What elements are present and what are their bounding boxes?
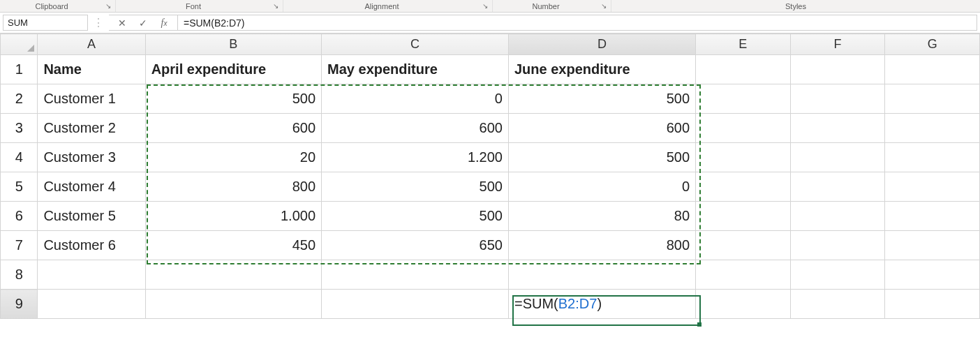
- ribbon-group-label: Clipboard: [0, 2, 103, 10]
- cell[interactable]: 600: [145, 114, 321, 143]
- ribbon-group-strip: Clipboard ↘ Font ↘ Alignment ↘ Number ↘ …: [0, 0, 980, 13]
- cancel-icon[interactable]: ✕: [116, 17, 128, 29]
- insert-function-icon[interactable]: fx: [158, 17, 170, 29]
- row-header[interactable]: 7: [1, 231, 38, 260]
- table-header-cell[interactable]: April expenditure: [145, 55, 321, 84]
- cell[interactable]: 500: [508, 143, 695, 172]
- column-header[interactable]: F: [790, 34, 885, 55]
- cell[interactable]: [696, 202, 791, 231]
- row-header[interactable]: 2: [1, 84, 38, 114]
- row-header[interactable]: 3: [1, 114, 38, 143]
- cell[interactable]: [790, 114, 885, 143]
- cell[interactable]: [790, 260, 885, 290]
- cell[interactable]: [885, 114, 980, 143]
- formula-range-ref: B2:D7: [558, 296, 597, 311]
- cell[interactable]: 1.200: [322, 143, 509, 172]
- cell[interactable]: [696, 84, 791, 114]
- cell[interactable]: [508, 260, 695, 290]
- cell[interactable]: [885, 84, 980, 114]
- cell[interactable]: [885, 202, 980, 231]
- cell[interactable]: [322, 290, 509, 319]
- cell[interactable]: 1.000: [145, 202, 321, 231]
- cell[interactable]: [885, 231, 980, 260]
- cell[interactable]: [696, 114, 791, 143]
- spreadsheet-grid[interactable]: A B C D E F G 1 Name April expenditure M…: [0, 33, 980, 319]
- cell[interactable]: 500: [508, 84, 695, 114]
- cell[interactable]: 0: [322, 84, 509, 114]
- cell[interactable]: [885, 172, 980, 202]
- cell[interactable]: 500: [322, 172, 509, 202]
- cell[interactable]: 20: [145, 143, 321, 172]
- cell[interactable]: [790, 143, 885, 172]
- column-header[interactable]: E: [696, 34, 791, 55]
- cell[interactable]: 500: [145, 84, 321, 114]
- cell[interactable]: [885, 260, 980, 290]
- cell[interactable]: 600: [508, 114, 695, 143]
- formula-bar-buttons: ✕ ✓ fx: [109, 15, 178, 31]
- ribbon-group-number: Number ↘: [493, 0, 611, 12]
- cell[interactable]: [145, 260, 321, 290]
- row-header[interactable]: 5: [1, 172, 38, 202]
- cell[interactable]: 500: [322, 202, 509, 231]
- name-box[interactable]: ▾: [3, 15, 88, 31]
- dialog-launcher-icon[interactable]: ↘: [271, 1, 281, 11]
- cell[interactable]: [790, 202, 885, 231]
- cell[interactable]: [790, 290, 885, 319]
- table-header-cell[interactable]: Name: [38, 55, 145, 84]
- row-header[interactable]: 9: [1, 290, 38, 319]
- column-header[interactable]: C: [322, 34, 509, 55]
- cell[interactable]: [790, 84, 885, 114]
- column-header[interactable]: G: [885, 34, 980, 55]
- table-header-cell[interactable]: May expenditure: [322, 55, 509, 84]
- cell[interactable]: [145, 290, 321, 319]
- row-header[interactable]: 8: [1, 260, 38, 290]
- cell[interactable]: [322, 260, 509, 290]
- row-header[interactable]: 6: [1, 202, 38, 231]
- cell[interactable]: [696, 143, 791, 172]
- ribbon-group-label: Font: [116, 2, 271, 10]
- cell[interactable]: [696, 290, 791, 319]
- cell[interactable]: 800: [508, 231, 695, 260]
- table-row: 4 Customer 3 20 1.200 500: [1, 143, 980, 172]
- cell[interactable]: [790, 231, 885, 260]
- cell[interactable]: Customer 2: [38, 114, 145, 143]
- column-header-row: A B C D E F G: [1, 34, 980, 55]
- cell[interactable]: [790, 55, 885, 84]
- cell[interactable]: [885, 143, 980, 172]
- cell[interactable]: [696, 172, 791, 202]
- cell[interactable]: Customer 6: [38, 231, 145, 260]
- cell[interactable]: 0: [508, 172, 695, 202]
- row-header[interactable]: 4: [1, 143, 38, 172]
- column-header[interactable]: A: [38, 34, 145, 55]
- cell[interactable]: [885, 55, 980, 84]
- column-header[interactable]: D: [508, 34, 695, 55]
- cell[interactable]: 80: [508, 202, 695, 231]
- row-header[interactable]: 1: [1, 55, 38, 84]
- table-header-cell[interactable]: June expenditure: [508, 55, 695, 84]
- formula-input[interactable]: [178, 15, 977, 31]
- cell[interactable]: [38, 290, 145, 319]
- cell[interactable]: 600: [322, 114, 509, 143]
- dialog-launcher-icon[interactable]: ↘: [103, 1, 113, 11]
- cell[interactable]: 650: [322, 231, 509, 260]
- select-all-corner[interactable]: [1, 34, 38, 55]
- cell[interactable]: 800: [145, 172, 321, 202]
- ribbon-group-styles: Styles: [611, 0, 980, 12]
- cell[interactable]: Customer 5: [38, 202, 145, 231]
- cell[interactable]: Customer 1: [38, 84, 145, 114]
- dialog-launcher-icon[interactable]: ↘: [480, 1, 490, 11]
- cell[interactable]: [38, 260, 145, 290]
- cell[interactable]: [790, 172, 885, 202]
- active-cell[interactable]: =SUM(B2:D7): [508, 290, 695, 319]
- cell[interactable]: Customer 4: [38, 172, 145, 202]
- enter-icon[interactable]: ✓: [137, 17, 149, 29]
- column-header[interactable]: B: [145, 34, 321, 55]
- cell[interactable]: [696, 231, 791, 260]
- cell[interactable]: [696, 260, 791, 290]
- cell[interactable]: Customer 3: [38, 143, 145, 172]
- cell[interactable]: [696, 55, 791, 84]
- cell[interactable]: 450: [145, 231, 321, 260]
- table-row: 2 Customer 1 500 0 500: [1, 84, 980, 114]
- dialog-launcher-icon[interactable]: ↘: [599, 1, 609, 11]
- cell[interactable]: [885, 290, 980, 319]
